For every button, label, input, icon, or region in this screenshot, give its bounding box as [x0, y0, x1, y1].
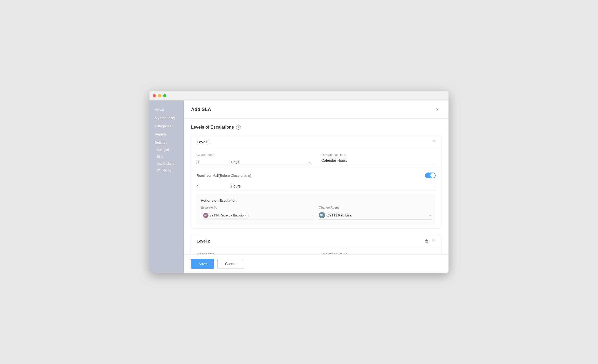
escalate-to-field: Escalate To RB ZY134 Rebecca Biaggio [201, 206, 313, 220]
titlebar [150, 91, 448, 100]
agent-name: ZY111 Keb Lisa [327, 213, 427, 217]
level-2-actions: 🗑 ⌃ [425, 239, 436, 244]
level-2-right: Operational Hours Calendar Hours [311, 252, 436, 254]
change-agent-label: Change Agent [319, 206, 431, 209]
modal-header: Add SLA × [184, 100, 448, 119]
cancel-button[interactable]: Cancel [217, 259, 244, 269]
level-1-body: Closure time Days ⌄ [191, 149, 441, 229]
escalate-tag-text: ZY134 Rebecca Biaggio [210, 214, 243, 217]
op-hours-label-2: Operational Hours [321, 252, 436, 254]
sidebar-item-reports[interactable]: Reports [150, 130, 184, 138]
tl-minimize[interactable] [158, 94, 161, 97]
escalate-chevron: ⌄ [311, 214, 313, 217]
main-content: Service Level Agree... Name SLA Policy A… [184, 100, 448, 273]
reminder-unit-text-1: Hours [231, 184, 431, 188]
level-2-left: Closure time Days ⌄ [197, 252, 311, 254]
modal: Add SLA × Levels of Escalations i Level … [184, 100, 448, 273]
sidebar-sub-item-categories[interactable]: Categories [150, 146, 184, 153]
closure-unit-chevron-1: ⌄ [308, 160, 311, 164]
reminder-value-row-1: Hours ⌄ [197, 183, 436, 190]
level-2-collapse-icon[interactable]: ⌃ [432, 239, 436, 244]
agent-select[interactable]: KL ZY111 Keb Lisa ⌄ [319, 211, 431, 220]
agent-chevron: ⌄ [429, 213, 431, 217]
escalate-tag-avatar: RB [203, 213, 208, 218]
reminder-label-1: Reminder Mail(Before Closure time) [197, 174, 251, 178]
escalate-tag: RB ZY134 Rebecca Biaggio × [201, 212, 249, 219]
level-1-left: Closure time Days ⌄ [197, 153, 311, 166]
escalate-to-label: Escalate To [201, 206, 313, 209]
tl-close[interactable] [153, 94, 156, 97]
level-1-closure-row: Closure time Days ⌄ [197, 153, 436, 166]
level-1-actions: ⌃ [432, 139, 436, 144]
info-icon: i [236, 125, 241, 130]
sidebar-sub-item-workflows[interactable]: Workflows [150, 167, 184, 174]
modal-close-button[interactable]: × [434, 106, 441, 113]
level-1-header: Level 1 ⌃ [191, 135, 441, 149]
reminder-toggle-row-1: Reminder Mail(Before Closure time) [197, 173, 436, 178]
escalate-to-input[interactable]: RB ZY134 Rebecca Biaggio × ⌄ [201, 211, 313, 220]
sidebar-item-views[interactable]: Views [150, 106, 184, 114]
level-2-body: Closure time Days ⌄ [191, 248, 441, 254]
op-hours-label-1: Operational Hours [321, 153, 436, 157]
modal-overlay: Add SLA × Levels of Escalations i Level … [184, 100, 448, 273]
app-body: Views My Requests Categories Reports Set… [150, 100, 448, 273]
reminder-unit-chevron-1: ⌄ [433, 184, 436, 188]
agent-avatar: KL [319, 212, 325, 218]
sidebar: Views My Requests Categories Reports Set… [150, 100, 184, 273]
level-2-header: Level 2 🗑 ⌃ [191, 234, 441, 248]
escalate-avatar-circle: RB [203, 213, 208, 218]
sidebar-sub-item-sla[interactable]: SLA [150, 153, 184, 160]
actions-fields-row-1: Escalate To RB ZY134 Rebecca Biaggio [201, 206, 431, 220]
actions-title-1: Actions on Escalation [201, 199, 431, 203]
closure-time-unit-text-1: Days [231, 160, 307, 164]
sidebar-item-settings[interactable]: Settings [150, 138, 184, 146]
closure-time-unit-select-1[interactable]: Days ⌄ [231, 158, 311, 166]
sidebar-sub-item-notifications[interactable]: Notifications [150, 160, 184, 167]
closure-time-input-1[interactable] [197, 158, 228, 166]
reminder-toggle-1[interactable] [425, 173, 436, 178]
closure-time-input-row-1: Days ⌄ [197, 158, 311, 166]
modal-footer: Save Cancel [184, 254, 448, 273]
sidebar-item-my-requests[interactable]: My Requests [150, 114, 184, 122]
tl-maximize[interactable] [163, 94, 166, 97]
level-1-card: Level 1 ⌃ Closure time [191, 135, 441, 229]
modal-title: Add SLA [191, 107, 211, 112]
divider-1 [191, 168, 441, 168]
section-heading: Levels of Escalations i [191, 125, 441, 130]
closure-time-label-2: Closure time [197, 252, 311, 254]
modal-body[interactable]: Levels of Escalations i Level 1 ⌃ [184, 119, 448, 254]
escalate-tag-close[interactable]: × [245, 214, 246, 217]
op-hours-value-1: Calendar Hours [321, 157, 436, 164]
save-button[interactable]: Save [191, 259, 214, 269]
level-2-card: Level 2 🗑 ⌃ Closure time [191, 234, 441, 254]
level-2-closure-row: Closure time Days ⌄ [197, 252, 436, 254]
app-window: Views My Requests Categories Reports Set… [150, 91, 448, 273]
level-1-right: Operational Hours Calendar Hours [311, 153, 436, 166]
level-2-delete-icon[interactable]: 🗑 [425, 239, 429, 244]
reminder-unit-select-1[interactable]: Hours ⌄ [231, 183, 436, 190]
closure-time-label-1: Closure time [197, 153, 311, 157]
level-1-collapse-icon[interactable]: ⌃ [432, 139, 436, 144]
level-1-title: Level 1 [197, 140, 210, 144]
change-agent-field: Change Agent KL ZY111 Keb Lisa ⌄ [319, 206, 431, 220]
sidebar-item-categories[interactable]: Categories [150, 122, 184, 130]
agent-avatar-circle: KL [319, 212, 325, 218]
reminder-value-input-1[interactable] [197, 183, 228, 190]
level-2-title: Level 2 [197, 239, 210, 243]
actions-box-1: Actions on Escalation Escalate To [197, 194, 436, 224]
